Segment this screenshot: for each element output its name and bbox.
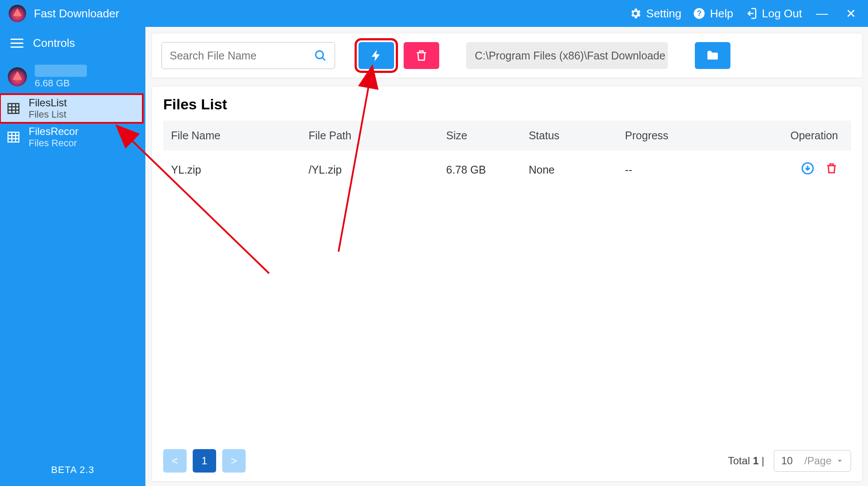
logout-button[interactable]: Log Out xyxy=(744,7,802,20)
titlebar: Fast Downloader Setting ? Help Log Out —… xyxy=(0,0,868,27)
help-button[interactable]: ? Help xyxy=(693,7,733,20)
cell-path: /YL.zip xyxy=(301,151,438,189)
sidebar-item-filesrecor[interactable]: FilesRecor Files Recor xyxy=(0,123,145,151)
search-input-wrapper[interactable] xyxy=(161,42,335,69)
trash-icon xyxy=(414,49,428,62)
cell-name: YL.zip xyxy=(163,151,301,189)
trash-icon xyxy=(825,162,838,175)
files-card: Files List File Name File Path Size Stat… xyxy=(151,86,863,482)
toolbar: C:\Program Files (x86)\Fast Downloade xyxy=(151,33,863,78)
search-icon xyxy=(314,49,327,62)
col-status: Status xyxy=(521,121,617,151)
cell-operation xyxy=(713,151,851,189)
col-size: Size xyxy=(438,121,521,151)
pager-page-1[interactable]: 1 xyxy=(193,449,216,473)
main-area: C:\Program Files (x86)\Fast Downloade Fi… xyxy=(145,27,868,486)
col-path: File Path xyxy=(301,121,438,151)
account-block[interactable]: 6.68 GB xyxy=(0,63,145,94)
lightning-icon xyxy=(369,49,383,62)
sidebar-item-title: FilesList xyxy=(29,97,67,109)
sidebar-item-subtitle: Files Recor xyxy=(29,138,79,149)
app-title: Fast Downloader xyxy=(34,7,119,20)
svg-point-12 xyxy=(316,51,323,59)
logout-icon xyxy=(744,7,757,20)
setting-button[interactable]: Setting xyxy=(629,7,681,20)
chevron-down-icon xyxy=(836,457,844,465)
sidebar-item-fileslist[interactable]: FilesList Files List xyxy=(0,94,143,123)
col-op: Operation xyxy=(713,121,851,151)
row-download-button[interactable] xyxy=(801,162,814,175)
browse-folder-button[interactable] xyxy=(695,42,730,69)
window-close-button[interactable]: ✕ xyxy=(842,7,859,21)
app-logo-icon xyxy=(9,5,26,22)
cell-progress: -- xyxy=(617,151,713,189)
account-size: 6.68 GB xyxy=(35,78,87,89)
pager: < 1 > xyxy=(163,449,246,473)
files-heading: Files List xyxy=(163,96,851,113)
search-input[interactable] xyxy=(170,49,314,62)
svg-rect-7 xyxy=(8,132,19,142)
delete-action-button[interactable] xyxy=(404,42,439,69)
gear-icon xyxy=(629,7,642,20)
help-label: Help xyxy=(710,7,733,20)
download-action-button[interactable] xyxy=(358,42,394,69)
table-row: YL.zip /YL.zip 6.78 GB None -- xyxy=(163,151,851,189)
download-icon xyxy=(801,162,814,175)
account-name-masked xyxy=(35,65,87,77)
cell-status: None xyxy=(521,151,617,189)
svg-line-13 xyxy=(322,58,326,61)
grid-icon xyxy=(6,131,21,144)
svg-text:?: ? xyxy=(697,9,702,18)
grid-icon xyxy=(6,102,21,115)
sidebar-item-title: FilesRecor xyxy=(29,125,79,138)
pager-prev-button[interactable]: < xyxy=(163,449,187,473)
logout-label: Log Out xyxy=(762,7,802,20)
sidebar: Controls 6.68 GB FilesList Files List F xyxy=(0,27,145,486)
sidebar-item-subtitle: Files List xyxy=(29,109,67,120)
folder-icon xyxy=(706,49,720,62)
version-label: BETA 2.3 xyxy=(0,456,145,486)
cell-size: 6.78 GB xyxy=(438,151,521,189)
hamburger-icon xyxy=(10,39,23,48)
pager-next-button[interactable]: > xyxy=(222,449,246,473)
setting-label: Setting xyxy=(646,7,681,20)
controls-label: Controls xyxy=(33,36,75,50)
download-path-display: C:\Program Files (x86)\Fast Downloade xyxy=(466,42,668,69)
controls-header[interactable]: Controls xyxy=(0,27,145,63)
row-delete-button[interactable] xyxy=(825,162,838,175)
svg-rect-2 xyxy=(8,104,19,114)
page-size-select[interactable]: 10 /Page xyxy=(774,450,851,472)
pager-totals: Total 1 | 10 /Page xyxy=(728,450,851,472)
avatar-icon xyxy=(8,67,27,86)
col-name: File Name xyxy=(163,121,301,151)
window-minimize-button[interactable]: — xyxy=(813,7,831,20)
col-progress: Progress xyxy=(617,121,713,151)
files-table: File Name File Path Size Status Progress… xyxy=(163,121,851,189)
help-icon: ? xyxy=(693,7,706,20)
